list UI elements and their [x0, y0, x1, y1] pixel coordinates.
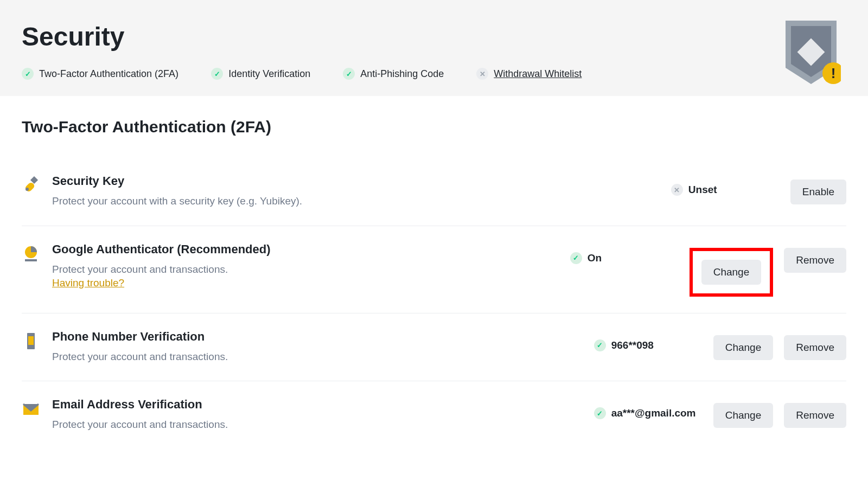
- remove-button[interactable]: Remove: [784, 335, 846, 360]
- x-icon: ✕: [476, 68, 488, 80]
- item-security-key-title: Security Key: [52, 174, 671, 188]
- status-anti-phishing-label: Anti-Phishing Code: [360, 68, 444, 80]
- page-title: Security: [22, 22, 846, 52]
- check-icon: ✓: [22, 68, 34, 80]
- status-withdrawal-whitelist[interactable]: ✕ Withdrawal Whitelist: [476, 68, 582, 80]
- status-identity-label: Identity Verification: [228, 68, 310, 80]
- check-icon: ✓: [211, 68, 223, 80]
- item-phone-title: Phone Number Verification: [52, 330, 594, 344]
- item-phone-status-text: 966**098: [611, 339, 654, 351]
- item-email-status: ✓ aa***@gmail.com: [594, 407, 713, 419]
- security-key-icon: [22, 176, 40, 195]
- item-security-key-status-text: Unset: [688, 184, 717, 196]
- item-email: Email Address Verification Protect your …: [22, 381, 846, 449]
- check-icon: ✓: [570, 252, 582, 264]
- item-google-auth-status: ✓ On: [570, 252, 690, 264]
- change-button[interactable]: Change: [713, 403, 774, 428]
- item-phone: Phone Number Verification Protect your a…: [22, 313, 846, 382]
- svg-point-5: [25, 188, 29, 191]
- item-google-auth: Google Authenticator (Recommended) Prote…: [22, 226, 846, 313]
- status-anti-phishing: ✓ Anti-Phishing Code: [343, 68, 444, 80]
- phone-icon: [22, 332, 40, 350]
- check-icon: ✓: [343, 68, 355, 80]
- item-email-desc: Protect your account and transactions.: [52, 417, 594, 433]
- change-button[interactable]: Change: [713, 335, 774, 360]
- section-title-2fa: Two-Factor Authentication (2FA): [22, 118, 846, 136]
- item-security-key-status: ✕ Unset: [671, 184, 790, 196]
- item-google-auth-title: Google Authenticator (Recommended): [52, 242, 570, 257]
- check-icon: ✓: [594, 407, 606, 419]
- status-2fa: ✓ Two-Factor Authentication (2FA): [22, 68, 178, 80]
- having-trouble-link[interactable]: Having trouble?: [52, 277, 124, 289]
- security-header: Security ✓ Two-Factor Authentication (2F…: [0, 0, 868, 96]
- status-2fa-label: Two-Factor Authentication (2FA): [39, 68, 178, 80]
- remove-button[interactable]: Remove: [784, 403, 846, 428]
- status-row: ✓ Two-Factor Authentication (2FA) ✓ Iden…: [22, 68, 846, 80]
- item-google-auth-desc: Protect your account and transactions.: [52, 262, 570, 278]
- item-security-key: Security Key Protect your account with a…: [22, 158, 846, 226]
- svg-text:!: !: [831, 65, 836, 81]
- enable-button[interactable]: Enable: [790, 180, 846, 204]
- email-icon: [22, 400, 40, 418]
- security-shield-badge-icon: !: [781, 16, 841, 87]
- change-button[interactable]: Change: [701, 260, 762, 285]
- remove-button[interactable]: Remove: [784, 248, 846, 273]
- status-withdrawal-label: Withdrawal Whitelist: [494, 68, 582, 80]
- google-auth-icon: [22, 245, 40, 263]
- svg-rect-7: [25, 259, 37, 261]
- highlight-box: Change: [690, 248, 774, 297]
- item-google-auth-status-text: On: [588, 252, 602, 264]
- item-email-status-text: aa***@gmail.com: [611, 407, 696, 419]
- x-icon: ✕: [671, 184, 683, 196]
- status-identity: ✓ Identity Verification: [211, 68, 310, 80]
- item-email-title: Email Address Verification: [52, 398, 594, 412]
- item-security-key-desc: Protect your account with a security key…: [52, 194, 671, 209]
- svg-rect-9: [28, 336, 34, 345]
- item-phone-status: ✓ 966**098: [594, 339, 713, 351]
- item-phone-desc: Protect your account and transactions.: [52, 349, 594, 365]
- check-icon: ✓: [594, 339, 606, 351]
- content: Two-Factor Authentication (2FA) Security…: [0, 96, 868, 471]
